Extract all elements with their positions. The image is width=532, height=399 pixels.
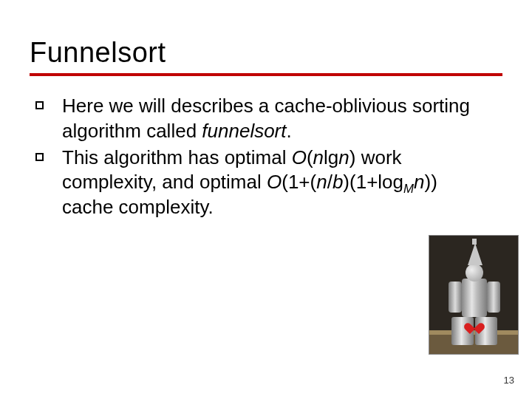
- math-b: b: [332, 171, 343, 193]
- math-n: n: [316, 171, 327, 193]
- tin-man-photo: [429, 235, 519, 355]
- math-n: n: [414, 171, 424, 193]
- bullet-text: This algorithm has optimal: [62, 146, 292, 168]
- title-underline: [30, 73, 502, 76]
- photo-trim: [429, 330, 518, 335]
- photo-floor: [429, 335, 518, 354]
- bullet-text: (: [307, 146, 313, 168]
- funnel-icon: [472, 239, 477, 245]
- bullet-text: lg: [324, 146, 338, 168]
- photo-arm: [449, 282, 462, 313]
- bullet-item: Here we will describes a cache-oblivious…: [30, 94, 476, 144]
- slide: Funnelsort Here we will describes a cach…: [0, 0, 532, 399]
- heart-icon: [468, 318, 481, 330]
- photo-arm: [487, 282, 500, 313]
- photo-head: [466, 264, 483, 282]
- math-n: n: [338, 146, 349, 168]
- bullet-emph: funnelsort: [202, 120, 286, 142]
- slide-title: Funnelsort: [30, 37, 502, 69]
- photo-torso: [462, 279, 487, 317]
- bullet-text: (1+(: [282, 171, 316, 193]
- bullet-item: This algorithm has optimal O(nlgn) work …: [30, 146, 476, 220]
- bullet-list: Here we will describes a cache-oblivious…: [30, 94, 495, 220]
- math-sub-m: M: [403, 183, 414, 197]
- funnel-icon: [468, 243, 482, 265]
- bullet-text: .: [287, 120, 292, 142]
- math-o: O: [292, 146, 307, 168]
- bullet-text: )(1+log: [343, 171, 403, 193]
- page-number: 13: [504, 375, 514, 386]
- math-n: n: [313, 146, 324, 168]
- math-o: O: [267, 171, 282, 193]
- bullet-text: /: [327, 171, 332, 193]
